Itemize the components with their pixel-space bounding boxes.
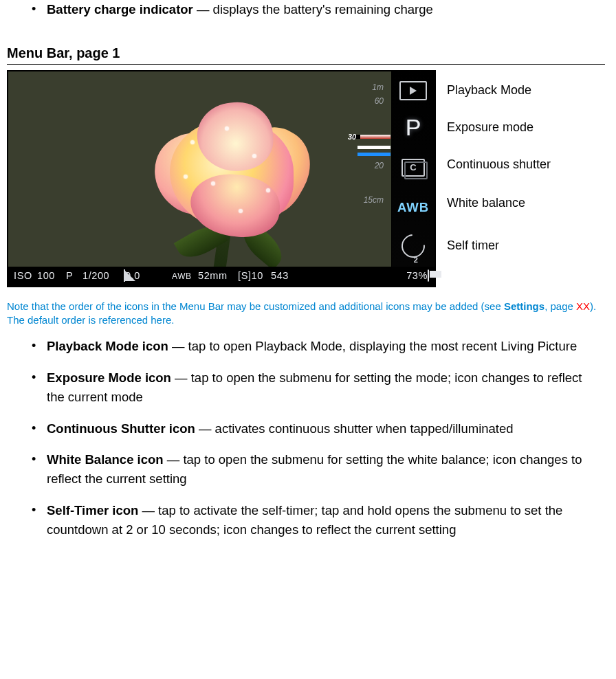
bullet-desc: — tap to open Playback Mode, displaying … [168, 339, 577, 353]
scale-label: 15cm [356, 194, 384, 206]
scale-label: 60 [356, 95, 384, 107]
scale-white-bar [358, 146, 390, 149]
note-settings: Settings [504, 300, 544, 312]
note-text: Note that the order of the icons in the … [7, 300, 609, 328]
battery-term: Battery charge indicator [47, 2, 193, 16]
label-exposure: Exposure mode [447, 118, 534, 137]
section-heading: Menu Bar, page 1 [7, 43, 605, 65]
label-selftimer: Self timer [447, 236, 499, 255]
mode-indicator: P [66, 269, 82, 284]
battery-desc: — displays the battery's remaining charg… [193, 2, 433, 16]
bullet-term: Exposure Mode icon [47, 370, 171, 385]
iso-label: ISO [14, 269, 37, 284]
shutter-speed: 1/200 [82, 269, 124, 284]
awb-text-icon: AWB [397, 198, 429, 217]
document-page: Battery charge indicator — displays the … [0, 0, 616, 679]
label-continuous: Continuous shutter [447, 155, 551, 174]
shot-mode: [S]10 [238, 269, 271, 284]
menu-bullet-list: Playback Mode icon — tap to open Playbac… [7, 337, 609, 539]
bullet-whitebalance: White Balance icon — tap to open the sub… [47, 450, 609, 489]
battery-status: 73% [406, 269, 429, 284]
rose-image [149, 92, 307, 243]
scale-label: 20 [356, 159, 384, 172]
battery-pct: 73% [406, 270, 428, 281]
figure-wrap: 1m 60 20 15cm P C [7, 70, 605, 287]
exposure-mode-icon[interactable]: P [392, 110, 434, 146]
distance-scale: 1m 60 20 15cm [353, 71, 388, 267]
camera-screenshot: 1m 60 20 15cm P C [7, 70, 436, 287]
note-part1: Note that the order of the icons in the … [7, 300, 504, 312]
bullet-desc: — activates continuous shutter when tapp… [195, 421, 514, 436]
note-part2: , page [544, 300, 576, 312]
iso-value: 100 [37, 269, 66, 284]
white-balance-icon[interactable]: AWB [392, 190, 434, 225]
battery-bullet: Battery charge indicator — displays the … [47, 0, 609, 19]
bullet-exposure: Exposure Mode icon — tap to open the sub… [47, 368, 609, 407]
bullet-term: White Balance icon [47, 452, 164, 467]
scale-blue-bar [358, 153, 390, 156]
exposure-comp-icon [124, 269, 125, 282]
photo-area: 1m 60 20 15cm P C [8, 71, 434, 267]
bullet-term: Playback Mode icon [47, 339, 168, 353]
status-awb: AWB [172, 270, 198, 282]
c-box-icon: C [402, 159, 425, 177]
scale-red-bar [351, 135, 390, 139]
focal-length: 52mm [198, 269, 238, 284]
menu-bar: P C AWB [391, 71, 434, 267]
status-bar: ISO 100 P 1/200 0.0 AWB 52mm [S]10 543 7… [8, 267, 434, 286]
bullet-term: Self-Timer icon [47, 503, 138, 517]
playback-mode-icon[interactable] [392, 73, 434, 109]
label-whitebalance: White balance [447, 194, 525, 212]
battery-icon [428, 269, 429, 282]
bullet-continuous: Continuous Shutter icon — activates cont… [47, 419, 609, 438]
bullet-playback: Playback Mode icon — tap to open Playbac… [47, 337, 609, 356]
note-pageref: XX [576, 300, 590, 312]
p-letter-icon: P [406, 110, 421, 145]
self-timer-icon[interactable] [392, 228, 434, 264]
timer-icon [397, 230, 430, 263]
bullet-term: Continuous Shutter icon [47, 421, 195, 436]
ev-indicator: 0.0 [124, 269, 172, 284]
shot-count: 543 [271, 269, 316, 284]
scale-label: 1m [356, 81, 384, 93]
top-bullet-list: Battery charge indicator — displays the … [7, 0, 609, 19]
bullet-selftimer: Self-Timer icon — tap to activate the se… [47, 501, 609, 539]
menu-label-callouts: Playback Mode Exposure mode Continuous s… [436, 70, 605, 286]
play-icon [399, 81, 427, 100]
label-playback: Playback Mode [447, 81, 531, 100]
continuous-shutter-icon[interactable]: C [392, 150, 434, 186]
